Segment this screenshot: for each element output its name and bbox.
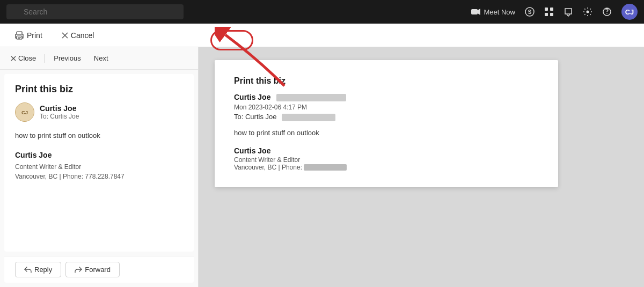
sender-to: To: Curtis Joe [40,113,79,120]
skype-icon[interactable]: S [525,7,535,17]
email-content-area: Print this biz CJ Curtis Joe To: Curtis … [4,74,194,252]
feedback-icon[interactable] [564,7,573,17]
printer-icon [15,31,24,40]
cancel-button[interactable]: Cancel [55,28,101,43]
search-input[interactable] [6,4,184,19]
email-body: how to print stuff on outlook Curtis Joe… [15,130,183,181]
apps-icon[interactable] [544,7,554,17]
top-navigation-bar: Meet Now S [0,0,644,24]
forward-icon [75,267,82,273]
meet-now-button[interactable]: Meet Now [471,8,515,16]
body-text: how to print stuff on outlook [15,130,183,141]
main-layout: Close Previous Next Print this biz CJ [0,47,644,287]
settings-icon[interactable] [583,7,592,17]
help-icon[interactable] [602,7,612,17]
preview-body: how to print stuff on outlook [234,129,539,137]
preview-date: Mon 2023-02-06 4:17 PM [234,104,539,111]
svg-rect-7 [550,8,553,11]
preview-from-row: Curtis Joe [234,92,539,102]
email-signature: Curtis Joe Content Writer & Editor Vanco… [15,150,183,181]
reply-button[interactable]: Reply [15,262,61,277]
video-icon [471,8,481,16]
preview-sender: Curtis Joe [234,93,270,101]
forward-button[interactable]: Forward [65,262,120,277]
print-button[interactable]: Print [6,27,51,44]
preview-to-email-blurred [282,114,335,121]
signature-location: Vancouver, BC | Phone: 778.228.7847 [15,172,183,181]
svg-text:CJ: CJ [21,109,28,115]
preview-sig-title: Content Writer & Editor [234,156,539,164]
divider [45,54,45,63]
preview-sig-name: Curtis Joe [234,146,539,155]
preview-subject: Print this biz [234,76,539,86]
right-panel: Print this biz Curtis Joe Mon 2023-02-06… [199,47,644,287]
sender-avatar: CJ [15,102,34,122]
reply-icon [24,267,32,273]
svg-rect-6 [545,8,548,11]
sub-toolbar: Close Previous Next [0,47,198,70]
preview-email-blurred [276,94,346,101]
signature-title: Content Writer & Editor [15,162,183,172]
svg-rect-8 [545,13,548,16]
svg-text:S: S [528,9,532,15]
preview-phone-blurred [304,164,347,171]
email-subject: Print this biz [15,84,183,95]
x-icon [11,56,16,61]
sender-row: CJ Curtis Joe To: Curtis Joe [15,102,183,122]
svg-point-10 [587,11,589,13]
close-icon [62,32,68,39]
print-preview: Print this biz Curtis Joe Mon 2023-02-06… [215,60,558,187]
previous-button[interactable]: Previous [48,52,86,64]
preview-to: To: Curtis Joe [234,113,539,121]
svg-rect-12 [17,32,22,34]
print-action-bar: Print Cancel [0,24,644,47]
signature-name: Curtis Joe [15,150,183,161]
search-wrapper [6,4,184,19]
top-bar-actions: Meet Now S [471,4,638,20]
email-toolbar: Delete ▾ Archive Report ▾ Sweep [0,24,644,47]
avatar[interactable]: CJ [621,4,638,20]
sender-name: Curtis Joe [40,104,79,113]
preview-signature: Curtis Joe Content Writer & Editor Vanco… [234,146,539,171]
svg-marker-3 [478,9,480,15]
email-actions: Reply Forward [4,256,194,283]
left-panel: Close Previous Next Print this biz CJ [0,47,199,287]
sender-info: Curtis Joe To: Curtis Joe [40,104,79,120]
close-button[interactable]: Close [5,52,41,64]
preview-sig-location: Vancouver, BC | Phone: [234,164,539,171]
next-button[interactable]: Next [89,52,114,64]
svg-rect-9 [550,13,553,16]
svg-rect-2 [471,9,478,14]
